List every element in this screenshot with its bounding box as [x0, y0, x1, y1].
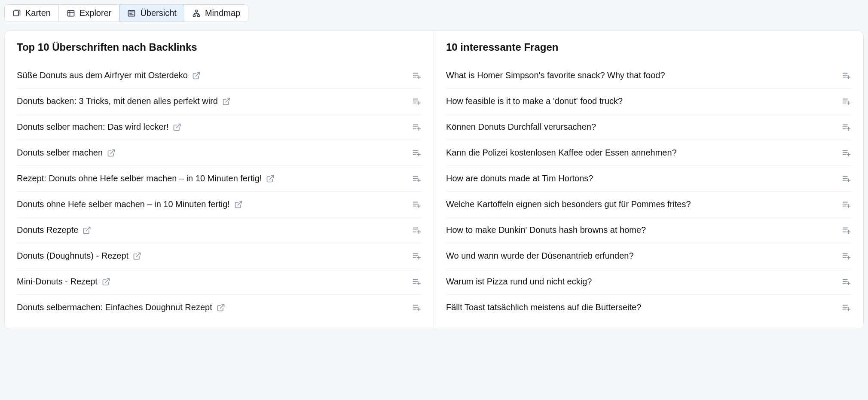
list-item-content[interactable]: Kann die Polizei kostenlosen Kaffee oder…: [446, 148, 842, 158]
list-item: Fällt Toast tatsächlich meistens auf die…: [446, 295, 851, 320]
external-link-icon[interactable]: [266, 174, 275, 183]
add-to-list-icon[interactable]: [412, 148, 422, 158]
svg-line-24: [110, 150, 114, 153]
add-to-list-icon[interactable]: [842, 200, 851, 209]
add-to-list-icon[interactable]: [412, 277, 422, 287]
add-to-list-icon[interactable]: [412, 97, 422, 106]
panel-title: 10 interessante Fragen: [446, 31, 851, 63]
newspaper-icon: [127, 9, 136, 18]
add-to-list-icon[interactable]: [412, 226, 422, 235]
list-item-label: Süße Donuts aus dem Airfryer mit Osterde…: [17, 70, 188, 80]
svg-line-6: [196, 72, 199, 76]
svg-line-12: [226, 98, 229, 102]
external-link-icon[interactable]: [217, 303, 225, 312]
svg-line-54: [105, 278, 109, 282]
add-to-list-icon[interactable]: [842, 303, 851, 312]
list-item-content[interactable]: Donuts selber machen: [17, 148, 412, 158]
tab-karten[interactable]: Karten: [5, 5, 59, 21]
list-item-label: How are donuts made at Tim Hortons?: [446, 174, 593, 183]
list-item-content[interactable]: Donuts ohne Hefe selber machen – in 10 M…: [17, 199, 412, 209]
add-to-list-icon[interactable]: [412, 122, 422, 132]
list-item-content[interactable]: Donuts Rezepte: [17, 225, 412, 235]
tab-label: Explorer: [79, 8, 111, 18]
tab-uebersicht[interactable]: Übersicht: [119, 4, 184, 22]
svg-rect-0: [14, 11, 19, 16]
list-item-label: Können Donuts Durchfall verursachen?: [446, 122, 596, 132]
list-item-content[interactable]: Welche Kartoffeln eignen sich besonders …: [446, 199, 842, 209]
add-to-list-icon[interactable]: [842, 122, 851, 132]
question-list: What is Homer Simpson's favorite snack? …: [446, 63, 851, 320]
list-item-content[interactable]: Süße Donuts aus dem Airfryer mit Osterde…: [17, 70, 412, 80]
list-item-content[interactable]: Rezept: Donuts ohne Hefe selber machen –…: [17, 174, 412, 183]
list-item: Können Donuts Durchfall verursachen?: [446, 114, 851, 140]
content-panels: Top 10 Überschriften nach Backlinks Süße…: [4, 31, 864, 329]
panel-title: Top 10 Überschriften nach Backlinks: [17, 31, 422, 63]
tab-label: Übersicht: [140, 8, 176, 18]
external-link-icon[interactable]: [173, 123, 181, 131]
add-to-list-icon[interactable]: [842, 148, 851, 158]
external-link-icon[interactable]: [83, 226, 91, 235]
tab-mindmap[interactable]: Mindmap: [184, 5, 248, 21]
list-item-content[interactable]: What is Homer Simpson's favorite snack? …: [446, 70, 842, 80]
list-item-label: What is Homer Simpson's favorite snack? …: [446, 70, 665, 80]
list-item-content[interactable]: Donuts (Doughnuts) - Rezept: [17, 251, 412, 261]
add-to-list-icon[interactable]: [412, 303, 422, 312]
list-item: Donuts Rezepte: [17, 217, 422, 243]
list-item: Donuts backen: 3 Tricks, mit denen alles…: [17, 89, 422, 114]
list-item: Donuts (Doughnuts) - Rezept: [17, 243, 422, 269]
list-item: Donuts selber machen: Das wird lecker!: [17, 114, 422, 140]
add-to-list-icon[interactable]: [842, 71, 851, 80]
list-item-label: Donuts selber machen: Das wird lecker!: [17, 122, 168, 132]
add-to-list-icon[interactable]: [412, 200, 422, 209]
external-link-icon[interactable]: [222, 97, 231, 106]
list-item-label: Rezept: Donuts ohne Hefe selber machen –…: [17, 174, 262, 183]
list-item: How feasible is it to make a 'donut' foo…: [446, 89, 851, 114]
list-item-label: How to make Dunkin' Donuts hash browns a…: [446, 225, 646, 235]
list-item-label: Donuts selbermachen: Einfaches Doughnut …: [17, 302, 212, 312]
list-item-content[interactable]: Donuts selbermachen: Einfaches Doughnut …: [17, 302, 412, 312]
list-item: Süße Donuts aus dem Airfryer mit Osterde…: [17, 63, 422, 89]
table-icon: [67, 9, 75, 18]
list-item-label: Donuts ohne Hefe selber machen – in 10 M…: [17, 199, 230, 209]
list-item: How are donuts made at Tim Hortons?: [446, 166, 851, 192]
tab-label: Mindmap: [205, 8, 240, 18]
svg-rect-1: [67, 10, 74, 16]
svg-line-18: [177, 124, 180, 128]
external-link-icon[interactable]: [107, 149, 116, 157]
add-to-list-icon[interactable]: [412, 251, 422, 261]
add-to-list-icon[interactable]: [412, 71, 422, 80]
list-item-label: Donuts selber machen: [17, 148, 103, 158]
list-item-content[interactable]: Warum ist Pizza rund und nicht eckig?: [446, 277, 842, 287]
list-item-label: Wo und wann wurde der Düsenantrieb erfun…: [446, 251, 634, 261]
list-item: Kann die Polizei kostenlosen Kaffee oder…: [446, 140, 851, 166]
list-item: Mini-Donuts - Rezept: [17, 269, 422, 295]
list-item: Warum ist Pizza rund und nicht eckig?: [446, 269, 851, 295]
list-item-content[interactable]: How feasible is it to make a 'donut' foo…: [446, 96, 842, 106]
tab-label: Karten: [25, 8, 51, 18]
list-item-label: Kann die Polizei kostenlosen Kaffee oder…: [446, 148, 677, 158]
add-to-list-icon[interactable]: [842, 226, 851, 235]
tree-icon: [192, 9, 201, 18]
list-item-content[interactable]: Donuts backen: 3 Tricks, mit denen alles…: [17, 96, 412, 106]
add-to-list-icon[interactable]: [842, 97, 851, 106]
external-link-icon[interactable]: [102, 278, 110, 286]
list-item-label: Donuts backen: 3 Tricks, mit denen alles…: [17, 96, 218, 106]
list-item-content[interactable]: Können Donuts Durchfall verursachen?: [446, 122, 842, 132]
external-link-icon[interactable]: [234, 200, 243, 209]
list-item-content[interactable]: Fällt Toast tatsächlich meistens auf die…: [446, 302, 842, 312]
add-to-list-icon[interactable]: [842, 174, 851, 183]
list-item-content[interactable]: How to make Dunkin' Donuts hash browns a…: [446, 225, 842, 235]
list-item-content[interactable]: Mini-Donuts - Rezept: [17, 277, 412, 287]
svg-line-42: [86, 227, 90, 231]
external-link-icon[interactable]: [133, 252, 141, 260]
list-item-content[interactable]: Donuts selber machen: Das wird lecker!: [17, 122, 412, 132]
external-link-icon[interactable]: [192, 71, 201, 80]
tab-explorer[interactable]: Explorer: [59, 5, 119, 21]
add-to-list-icon[interactable]: [412, 174, 422, 183]
list-item-label: Warum ist Pizza rund und nicht eckig?: [446, 277, 592, 287]
list-item-label: Fällt Toast tatsächlich meistens auf die…: [446, 302, 641, 312]
list-item-content[interactable]: How are donuts made at Tim Hortons?: [446, 174, 842, 183]
add-to-list-icon[interactable]: [842, 277, 851, 287]
list-item-content[interactable]: Wo und wann wurde der Düsenantrieb erfun…: [446, 251, 842, 261]
add-to-list-icon[interactable]: [842, 251, 851, 261]
